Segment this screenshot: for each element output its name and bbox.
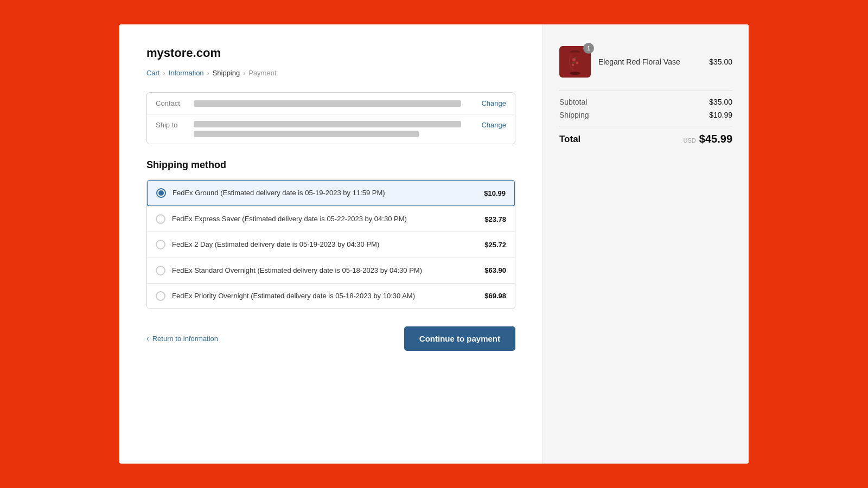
contact-value xyxy=(194,100,475,107)
svg-point-3 xyxy=(576,62,578,65)
option-price-fedex-2day: $25.72 xyxy=(484,241,506,249)
breadcrumb-sep-1: › xyxy=(163,69,165,77)
svg-point-4 xyxy=(572,64,574,66)
ship-to-row: Ship to Change xyxy=(147,114,515,144)
subtotal-row: Subtotal $35.00 xyxy=(559,98,732,106)
subtotal-value: $35.00 xyxy=(709,98,732,106)
ship-to-change-link[interactable]: Change xyxy=(481,121,506,129)
actions: ‹ Return to information Continue to paym… xyxy=(146,326,515,351)
shipping-option-fedex-standard[interactable]: FedEx Standard Overnight (Estimated deli… xyxy=(147,258,515,283)
svg-point-2 xyxy=(572,58,576,61)
radio-fedex-standard xyxy=(156,266,165,275)
store-name: mystore.com xyxy=(146,46,515,60)
product-name: Elegant Red Floral Vase xyxy=(598,57,701,66)
ship-to-value xyxy=(194,121,475,137)
breadcrumb: Cart › Information › Shipping › Payment xyxy=(146,69,515,77)
product-row: 1 Elegant Red Floral Vase $35.00 xyxy=(559,46,732,78)
contact-label: Contact xyxy=(156,99,194,107)
total-value: $45.99 xyxy=(699,133,732,145)
total-value-wrap: USD $45.99 xyxy=(684,133,732,145)
product-image-wrap: 1 xyxy=(559,46,591,78)
shipping-method-title: Shipping method xyxy=(146,159,515,171)
shipping-label: Shipping xyxy=(559,111,589,119)
shipping-option-fedex-2day[interactable]: FedEx 2 Day (Estimated delivery date is … xyxy=(147,232,515,257)
back-link-label: Return to information xyxy=(152,335,218,343)
shipping-row: Shipping $10.99 xyxy=(559,111,732,119)
contact-row: Contact Change xyxy=(147,93,515,114)
back-chevron-icon: ‹ xyxy=(146,334,149,343)
left-panel: mystore.com Cart › Information › Shippin… xyxy=(119,24,542,464)
product-price: $35.00 xyxy=(709,57,732,66)
shipping-option-fedex-ground[interactable]: FedEx Ground (Estimated delivery date is… xyxy=(146,179,515,207)
divider-1 xyxy=(559,91,732,91)
svg-point-1 xyxy=(570,72,580,75)
option-label-fedex-standard: FedEx Standard Overnight (Estimated deli… xyxy=(172,266,478,275)
option-price-fedex-ground: $10.99 xyxy=(484,189,506,197)
breadcrumb-cart[interactable]: Cart xyxy=(146,69,160,77)
ship-to-bar-2 xyxy=(194,131,419,137)
divider-2 xyxy=(559,126,732,126)
option-price-fedex-standard: $63.90 xyxy=(484,266,506,274)
ship-to-label: Ship to xyxy=(156,121,194,129)
option-price-fedex-express: $23.78 xyxy=(484,215,506,223)
shipping-option-fedex-priority[interactable]: FedEx Priority Overnight (Estimated deli… xyxy=(147,283,515,309)
contact-change-link[interactable]: Change xyxy=(481,99,506,107)
product-badge: 1 xyxy=(583,43,594,54)
vase-svg xyxy=(564,48,586,75)
total-currency: USD xyxy=(684,137,696,144)
total-row: Total USD $45.99 xyxy=(559,133,732,145)
breadcrumb-shipping: Shipping xyxy=(213,69,240,77)
info-box: Contact Change Ship to Change xyxy=(146,92,515,144)
continue-button[interactable]: Continue to payment xyxy=(404,326,515,351)
breadcrumb-sep-2: › xyxy=(207,69,209,77)
option-price-fedex-priority: $69.98 xyxy=(484,292,506,300)
shipping-value: $10.99 xyxy=(709,111,732,119)
back-link[interactable]: ‹ Return to information xyxy=(146,334,218,343)
option-label-fedex-priority: FedEx Priority Overnight (Estimated deli… xyxy=(172,291,478,301)
total-label: Total xyxy=(559,134,580,145)
radio-fedex-priority xyxy=(156,291,165,301)
breadcrumb-payment: Payment xyxy=(248,69,276,77)
subtotal-label: Subtotal xyxy=(559,98,587,106)
ship-to-bar-1 xyxy=(194,121,461,127)
option-label-fedex-2day: FedEx 2 Day (Estimated delivery date is … xyxy=(172,240,478,249)
radio-fedex-express xyxy=(156,214,165,224)
shipping-options: FedEx Ground (Estimated delivery date is… xyxy=(146,179,515,309)
shipping-option-fedex-express[interactable]: FedEx Express Saver (Estimated delivery … xyxy=(147,206,515,232)
right-panel: 1 Elegant Red Floral Vase $35.00 Subtota… xyxy=(542,24,749,464)
radio-fedex-2day xyxy=(156,240,165,249)
contact-bar xyxy=(194,100,461,107)
breadcrumb-sep-3: › xyxy=(243,69,245,77)
radio-fedex-ground xyxy=(156,188,166,198)
breadcrumb-information[interactable]: Information xyxy=(169,69,204,77)
option-label-fedex-express: FedEx Express Saver (Estimated delivery … xyxy=(172,214,478,224)
page-container: mystore.com Cart › Information › Shippin… xyxy=(119,24,749,464)
option-label-fedex-ground: FedEx Ground (Estimated delivery date is… xyxy=(173,188,477,198)
